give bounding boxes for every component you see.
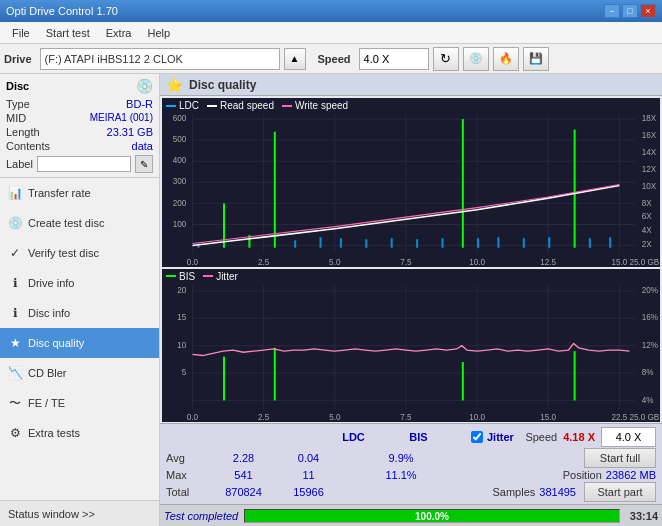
sidebar-item-transfer-rate[interactable]: 📊 Transfer rate — [0, 178, 159, 208]
label-edit-button[interactable]: ✎ — [135, 155, 153, 173]
svg-text:22.5: 22.5 — [611, 412, 627, 422]
chart2-svg: 20 15 10 5 0.0 2.5 5.0 7.5 10.0 15.0 22.… — [162, 269, 660, 422]
disc-icon-button[interactable]: 💿 — [463, 47, 489, 71]
svg-rect-53 — [574, 130, 576, 248]
svg-text:600: 600 — [173, 114, 187, 123]
svg-text:15: 15 — [177, 312, 186, 322]
nav-items: 📊 Transfer rate 💿 Create test disc ✓ Ver… — [0, 178, 159, 500]
stats-header-row: LDC BIS Jitter Speed 4.18 X 4.0 X — [166, 427, 656, 447]
max-ldc: 541 — [211, 469, 276, 481]
ldc-header: LDC — [321, 431, 386, 443]
svg-rect-44 — [365, 239, 367, 247]
sidebar-item-create-test-disc[interactable]: 💿 Create test disc — [0, 208, 159, 238]
bis-legend-label: BIS — [179, 271, 195, 282]
disc-quality-header-icon: ⭐ — [166, 77, 183, 93]
sidebar-item-cd-bler[interactable]: 📉 CD Bler — [0, 358, 159, 388]
svg-rect-43 — [340, 238, 342, 247]
disc-panel-icon: 💿 — [136, 78, 153, 94]
svg-rect-51 — [523, 238, 525, 247]
svg-text:10.0: 10.0 — [469, 257, 485, 266]
menu-file[interactable]: File — [4, 25, 38, 41]
svg-text:18X: 18X — [642, 114, 657, 123]
label-input[interactable] — [37, 156, 131, 172]
svg-rect-89 — [462, 362, 464, 400]
drive-select[interactable]: (F:) ATAPI iHBS112 2 CLOK — [40, 48, 280, 70]
write-speed-legend-label: Write speed — [295, 100, 348, 111]
speed-select-control[interactable]: 4.0 X — [601, 427, 656, 447]
progress-bar: 100.0% — [244, 509, 620, 523]
disc-quality-icon: ★ — [8, 336, 22, 350]
menu-help[interactable]: Help — [139, 25, 178, 41]
svg-rect-55 — [609, 237, 611, 248]
svg-rect-88 — [274, 348, 276, 401]
titlebar: Opti Drive Control 1.70 − □ × — [0, 0, 662, 22]
svg-text:15.0: 15.0 — [540, 412, 556, 422]
bis-chart: BIS Jitter — [162, 269, 660, 422]
total-label: Total — [166, 486, 211, 498]
sidebar-item-disc-info[interactable]: ℹ Disc info — [0, 298, 159, 328]
ldc-chart: LDC Read speed Write speed — [162, 98, 660, 267]
status-window-button[interactable]: Status window >> — [0, 500, 159, 526]
refresh-button[interactable]: ↻ — [433, 47, 459, 71]
svg-rect-41 — [294, 240, 296, 247]
svg-text:2.5: 2.5 — [258, 412, 270, 422]
chart1-svg: 600 500 400 300 200 100 0.0 2.5 5.0 7.5 … — [162, 98, 660, 267]
jitter-legend-label: Jitter — [216, 271, 238, 282]
svg-text:12X: 12X — [642, 165, 657, 174]
svg-text:25.0 GB: 25.0 GB — [630, 257, 660, 266]
disc-length-value: 23.31 GB — [107, 126, 153, 138]
transfer-rate-icon: 📊 — [8, 186, 22, 200]
sidebar-item-drive-info[interactable]: ℹ Drive info — [0, 268, 159, 298]
disc-panel-title: Disc — [6, 80, 29, 92]
svg-text:100: 100 — [173, 219, 187, 228]
menu-start-test[interactable]: Start test — [38, 25, 98, 41]
burn-button[interactable]: 🔥 — [493, 47, 519, 71]
svg-text:16X: 16X — [642, 131, 657, 140]
position-label: Position — [563, 469, 602, 481]
svg-text:400: 400 — [173, 156, 187, 165]
svg-rect-48 — [462, 119, 464, 248]
svg-text:14X: 14X — [642, 148, 657, 157]
save-button[interactable]: 💾 — [523, 47, 549, 71]
svg-text:12.5: 12.5 — [540, 257, 556, 266]
drive-eject-button[interactable]: ▲ — [284, 48, 306, 70]
maximize-button[interactable]: □ — [622, 4, 638, 18]
disc-quality-title: Disc quality — [189, 78, 256, 92]
svg-text:0.0: 0.0 — [187, 412, 199, 422]
start-part-button[interactable]: Start part — [584, 482, 656, 502]
bis-legend-color — [166, 275, 176, 277]
svg-rect-40 — [274, 132, 276, 248]
svg-text:6X: 6X — [642, 212, 652, 221]
svg-text:10X: 10X — [642, 182, 657, 191]
drive-info-icon: ℹ — [8, 276, 22, 290]
svg-text:8X: 8X — [642, 198, 652, 207]
chart2-legend: BIS Jitter — [166, 271, 238, 282]
disc-type-label: Type — [6, 98, 30, 110]
sidebar-item-disc-quality[interactable]: ★ Disc quality — [0, 328, 159, 358]
sidebar-item-fe-te[interactable]: 〜 FE / TE — [0, 388, 159, 418]
chart1-legend: LDC Read speed Write speed — [166, 100, 348, 111]
samples-value: 381495 — [539, 486, 576, 498]
total-row: Total 870824 15966 Samples 381495 Start … — [166, 482, 656, 502]
elapsed-time: 33:14 — [630, 510, 658, 522]
progress-area: Test completed 100.0% 33:14 — [160, 504, 662, 526]
menu-extra[interactable]: Extra — [98, 25, 140, 41]
start-full-button[interactable]: Start full — [584, 448, 656, 468]
sidebar-item-extra-tests[interactable]: ⚙ Extra tests — [0, 418, 159, 448]
disc-contents-value: data — [132, 140, 153, 152]
svg-rect-87 — [223, 356, 225, 400]
ldc-legend-label: LDC — [179, 100, 199, 111]
svg-text:4%: 4% — [642, 394, 654, 404]
svg-text:16%: 16% — [642, 312, 659, 322]
svg-text:5: 5 — [182, 367, 187, 377]
status-text: Test completed — [164, 510, 238, 522]
sidebar-item-verify-test-disc[interactable]: ✓ Verify test disc — [0, 238, 159, 268]
svg-text:12%: 12% — [642, 339, 659, 349]
minimize-button[interactable]: − — [604, 4, 620, 18]
speed-select[interactable]: 4.0 X — [359, 48, 429, 70]
verify-disc-icon: ✓ — [8, 246, 22, 260]
jitter-checkbox[interactable] — [471, 431, 483, 443]
disc-panel: Disc 💿 Type BD-R MID MEIRA1 (001) Length… — [0, 74, 159, 178]
avg-row: Avg 2.28 0.04 9.9% Start full — [166, 448, 656, 468]
close-button[interactable]: × — [640, 4, 656, 18]
